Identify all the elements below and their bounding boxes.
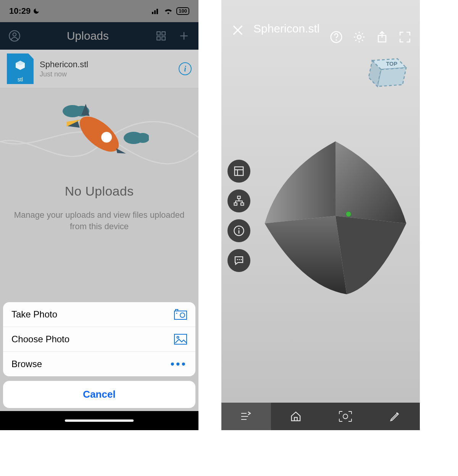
- take-photo-label: Take Photo: [11, 309, 57, 320]
- model-info-button[interactable]: [227, 219, 250, 242]
- viewer-bottom-bar: [221, 403, 420, 430]
- comments-button[interactable]: [227, 249, 250, 272]
- info-icon: [233, 225, 245, 236]
- svg-point-33: [238, 228, 240, 230]
- svg-rect-7: [157, 37, 160, 40]
- upload-list-item[interactable]: stl Sphericon.stl Just now i: [0, 50, 198, 88]
- model-icon: [257, 138, 414, 302]
- viewer-screen: Sphericon.stl TOP: [221, 0, 420, 430]
- profile-icon: [9, 30, 20, 42]
- file-thumb-icon: stl: [7, 53, 34, 84]
- viewer-header: Sphericon.stl: [221, 0, 420, 50]
- battery-badge: 100: [176, 7, 189, 15]
- nav-bar: Uploads: [0, 22, 198, 50]
- svg-point-22: [335, 39, 337, 40]
- help-button[interactable]: [330, 31, 344, 45]
- svg-point-36: [241, 259, 242, 260]
- svg-point-35: [239, 259, 240, 260]
- bottom-tab-camera[interactable]: [321, 403, 370, 430]
- grid-icon: [156, 31, 166, 41]
- svg-rect-28: [235, 167, 244, 176]
- steps-icon: [240, 411, 253, 422]
- panel-toggle-button[interactable]: [227, 160, 250, 183]
- capture-icon: [339, 411, 352, 422]
- status-time: 10:29: [9, 6, 40, 16]
- wifi-icon: [164, 8, 173, 15]
- empty-heading: No Uploads: [65, 184, 134, 199]
- file-ext: stl: [18, 76, 23, 83]
- camera-outline-icon: [174, 309, 187, 320]
- svg-point-38: [343, 414, 348, 419]
- svg-rect-6: [162, 32, 165, 35]
- tree-icon: [233, 195, 245, 207]
- time-text: 10:29: [9, 6, 31, 16]
- cancel-label: Cancel: [83, 389, 115, 400]
- home-icon: [290, 411, 302, 422]
- svg-rect-31: [241, 203, 244, 205]
- plus-icon: [179, 31, 189, 41]
- svg-rect-16: [176, 309, 178, 311]
- svg-point-18: [176, 313, 177, 314]
- pencil-icon: [389, 411, 401, 422]
- gear-icon: [353, 31, 366, 44]
- empty-state: No Uploads Manage your uploads and view …: [0, 88, 198, 253]
- fullscreen-button[interactable]: [398, 31, 413, 45]
- view-cube[interactable]: TOP: [363, 50, 412, 96]
- svg-rect-0: [152, 12, 153, 14]
- panel-icon: [233, 165, 245, 177]
- file-time: Just now: [40, 70, 88, 78]
- browse-option[interactable]: Browse •••: [3, 352, 195, 376]
- nav-title: Uploads: [22, 29, 153, 42]
- choose-photo-label: Choose Photo: [11, 334, 69, 345]
- browse-label: Browse: [11, 359, 42, 369]
- share-icon: [376, 31, 389, 44]
- svg-point-23: [357, 35, 361, 39]
- add-button[interactable]: [176, 31, 192, 41]
- svg-rect-19: [174, 334, 187, 344]
- profile-button[interactable]: [7, 30, 22, 42]
- settings-button[interactable]: [353, 31, 367, 45]
- grid-view-button[interactable]: [153, 31, 169, 41]
- share-button[interactable]: [376, 31, 390, 45]
- bottom-tab-home[interactable]: [271, 403, 321, 430]
- dnd-moon-icon: [33, 8, 40, 15]
- picture-outline-icon: [174, 334, 187, 345]
- close-button[interactable]: [231, 24, 244, 37]
- more-dots-icon: •••: [170, 362, 187, 366]
- expand-icon: [398, 31, 411, 44]
- svg-point-34: [237, 259, 238, 260]
- cancel-button[interactable]: Cancel: [3, 381, 195, 408]
- help-icon: [330, 31, 343, 44]
- svg-rect-8: [162, 37, 165, 40]
- model-tree-button[interactable]: [227, 189, 250, 212]
- svg-rect-29: [237, 196, 240, 199]
- svg-point-17: [180, 313, 185, 317]
- svg-rect-1: [154, 10, 156, 14]
- svg-rect-2: [156, 9, 158, 14]
- take-photo-option[interactable]: Take Photo: [3, 302, 195, 327]
- status-bar: 10:29 100: [0, 0, 198, 22]
- uploads-screen: 10:29 100 Uploads: [0, 0, 198, 430]
- bottom-tab-steps[interactable]: [221, 403, 271, 430]
- cell-signal-icon: [152, 8, 160, 14]
- chat-icon: [233, 255, 245, 266]
- svg-rect-30: [234, 203, 237, 205]
- rocket-illustration-icon: [50, 96, 149, 174]
- svg-point-4: [13, 33, 16, 36]
- choose-photo-option[interactable]: Choose Photo: [3, 327, 195, 352]
- empty-subtext: Manage your uploads and view files uploa…: [0, 209, 198, 232]
- viewer-side-tools: [227, 160, 250, 272]
- file-name: Sphericon.stl: [40, 60, 88, 70]
- model-viewport[interactable]: [257, 138, 414, 302]
- file-info-button[interactable]: i: [179, 62, 192, 75]
- svg-point-37: [346, 212, 351, 217]
- close-icon: [231, 24, 244, 37]
- action-sheet: Take Photo Choose Photo Browse ••• Cance…: [0, 299, 198, 430]
- viewer-title: Sphericon.stl: [253, 22, 319, 35]
- svg-point-20: [177, 337, 179, 338]
- svg-rect-5: [157, 32, 160, 35]
- bottom-tab-markup[interactable]: [370, 403, 420, 430]
- view-cube-icon: TOP: [363, 50, 412, 96]
- view-cube-label: TOP: [386, 61, 397, 67]
